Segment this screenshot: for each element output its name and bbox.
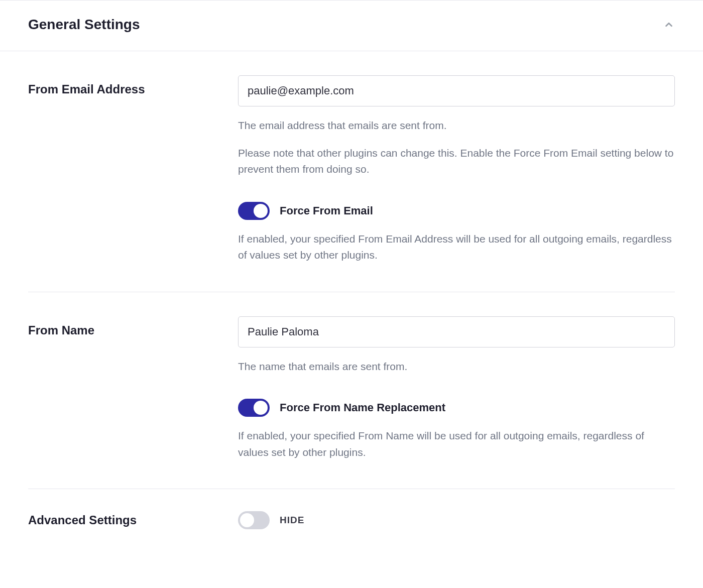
panel-body: From Email Address The email address tha… bbox=[0, 51, 703, 551]
chevron-up-icon bbox=[663, 19, 675, 31]
force-from-email-block: Force From Email If enabled, your specif… bbox=[238, 202, 675, 264]
advanced-settings-toggle[interactable] bbox=[238, 511, 270, 529]
force-from-name-toggle-row: Force From Name Replacement bbox=[238, 399, 675, 417]
force-from-name-toggle[interactable] bbox=[238, 399, 270, 417]
force-from-email-toggle[interactable] bbox=[238, 202, 270, 220]
force-from-name-toggle-label: Force From Name Replacement bbox=[280, 401, 445, 414]
from-name-input[interactable] bbox=[238, 316, 675, 347]
toggle-knob bbox=[254, 204, 268, 218]
from-email-label: From Email Address bbox=[28, 75, 238, 96]
from-email-row: From Email Address The email address tha… bbox=[28, 51, 675, 292]
advanced-settings-content: HIDE bbox=[238, 511, 675, 529]
panel-header[interactable]: General Settings bbox=[0, 1, 703, 51]
force-from-email-help: If enabled, your specified From Email Ad… bbox=[238, 231, 675, 264]
advanced-settings-label: Advanced Settings bbox=[28, 513, 238, 527]
force-from-email-toggle-label: Force From Email bbox=[280, 204, 373, 217]
advanced-settings-row: Advanced Settings HIDE bbox=[28, 489, 675, 551]
from-name-label: From Name bbox=[28, 316, 238, 337]
from-email-content: The email address that emails are sent f… bbox=[238, 75, 675, 264]
advanced-settings-toggle-row: HIDE bbox=[238, 511, 675, 529]
from-email-help-2: Please note that other plugins can chang… bbox=[238, 145, 675, 178]
from-name-content: The name that emails are sent from. Forc… bbox=[238, 316, 675, 461]
force-from-name-block: Force From Name Replacement If enabled, … bbox=[238, 399, 675, 460]
toggle-knob bbox=[254, 401, 268, 415]
toggle-knob bbox=[240, 513, 254, 527]
force-from-email-toggle-row: Force From Email bbox=[238, 202, 675, 220]
panel-title: General Settings bbox=[28, 17, 140, 33]
from-name-help-1: The name that emails are sent from. bbox=[238, 359, 675, 375]
force-from-name-help: If enabled, your specified From Name wil… bbox=[238, 428, 675, 460]
from-email-help-1: The email address that emails are sent f… bbox=[238, 117, 675, 134]
advanced-settings-toggle-label: HIDE bbox=[280, 515, 304, 526]
from-name-row: From Name The name that emails are sent … bbox=[28, 292, 675, 490]
general-settings-panel: General Settings From Email Address The … bbox=[0, 0, 703, 551]
from-email-input[interactable] bbox=[238, 75, 675, 106]
